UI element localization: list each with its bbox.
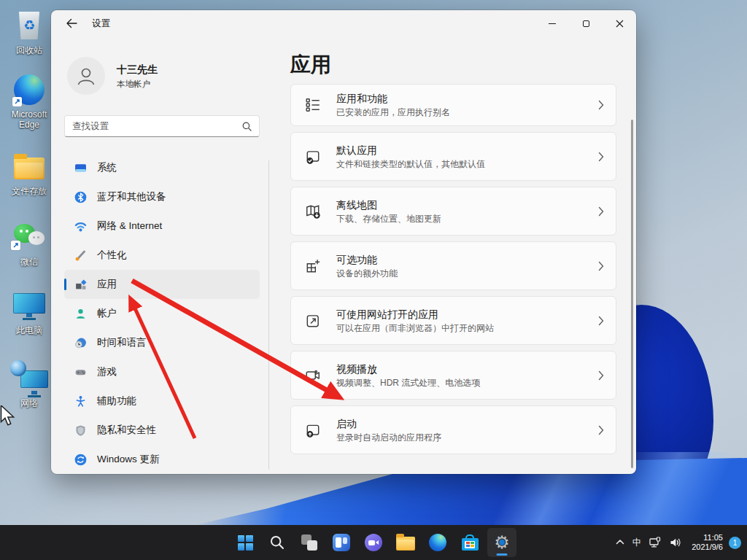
- chevron-right-icon: [598, 316, 604, 326]
- chat-button[interactable]: [359, 528, 388, 557]
- sidebar-content-divider: [268, 160, 269, 470]
- sidebar-item-apps[interactable]: 应用: [64, 270, 260, 299]
- desktop-icon-label: 文件存放: [12, 186, 47, 196]
- sidebar-item-network-internet[interactable]: 网络 & Internet: [64, 211, 260, 241]
- chevron-up-icon: [615, 538, 625, 547]
- search-input[interactable]: [65, 121, 242, 131]
- shield-icon: [74, 424, 87, 437]
- update-arrows-icon: [74, 453, 87, 466]
- gamepad-icon: [74, 365, 87, 378]
- network-icon: [10, 360, 48, 391]
- network-tray-button[interactable]: [645, 528, 665, 557]
- sidebar-item-windows-update[interactable]: Windows 更新: [64, 445, 260, 474]
- speaker-icon: [669, 537, 682, 548]
- settings-button[interactable]: ⚙: [487, 528, 516, 557]
- sidebar-item-system[interactable]: 系统: [64, 153, 260, 182]
- chevron-right-icon: [598, 261, 604, 271]
- card-startup[interactable]: 启动登录时自动启动的应用程序: [290, 405, 616, 454]
- file-explorer-button[interactable]: [391, 528, 420, 557]
- desktop-icon-recycle-bin[interactable]: ♻ 回收站: [3, 9, 55, 55]
- card-optional-features[interactable]: 可选功能设备的额外功能: [290, 241, 616, 290]
- clock-globe-icon: [74, 336, 87, 349]
- minimize-button[interactable]: [535, 10, 569, 36]
- edge-icon: [14, 74, 44, 105]
- desktop-icon-this-pc[interactable]: 此电脑: [3, 289, 55, 335]
- taskbar-center-icons: ⚙: [231, 525, 516, 560]
- settings-card-list: 应用和功能已安装的应用，应用执行别名 默认应用文件和链接类型的默认值，其他默认值…: [290, 84, 616, 460]
- sidebar-item-accounts[interactable]: 帐户: [64, 299, 260, 328]
- sidebar-item-bluetooth-devices[interactable]: 蓝牙和其他设备: [64, 182, 260, 211]
- system-tray: 中 11:05 2021/9/6 1: [611, 525, 741, 560]
- taskbar-search-button[interactable]: [263, 528, 292, 557]
- close-button[interactable]: [603, 10, 636, 36]
- tray-overflow-button[interactable]: [611, 528, 629, 557]
- sidebar-item-personalization[interactable]: 个性化: [64, 241, 260, 270]
- desktop-icon-label: 此电脑: [16, 325, 42, 335]
- back-button[interactable]: [61, 15, 82, 32]
- clock-time: 11:05: [692, 533, 723, 543]
- taskbar-clock[interactable]: 11:05 2021/9/6: [686, 533, 727, 553]
- microsoft-store-button[interactable]: [455, 528, 484, 557]
- shortcut-arrow-icon: [12, 97, 22, 106]
- back-arrow-icon: [66, 18, 77, 28]
- video-playback-icon: [304, 367, 322, 384]
- folder-icon: [14, 158, 44, 179]
- desktop-icon-label: 回收站: [16, 45, 42, 55]
- edge-icon: [429, 534, 446, 551]
- card-offline-maps[interactable]: 离线地图下载、存储位置、地图更新: [290, 187, 616, 236]
- file-explorer-icon: [396, 537, 415, 551]
- start-button[interactable]: [231, 528, 260, 557]
- window-title: 设置: [92, 10, 110, 36]
- optional-features-icon: [304, 257, 322, 275]
- default-apps-icon: [304, 148, 322, 166]
- avatar[interactable]: [67, 57, 105, 95]
- chevron-right-icon: [598, 100, 604, 110]
- volume-tray-button[interactable]: [665, 528, 686, 557]
- card-apps-for-websites[interactable]: 可使用网站打开的应用可以在应用（而非浏览器）中打开的网站: [290, 296, 616, 345]
- titlebar[interactable]: 设置: [51, 10, 636, 36]
- settings-gear-icon: ⚙: [492, 533, 511, 552]
- sidebar-item-accessibility[interactable]: 辅助功能: [64, 386, 260, 416]
- widgets-icon: [333, 534, 350, 551]
- card-default-apps[interactable]: 默认应用文件和链接类型的默认值，其他默认值: [290, 132, 616, 181]
- taskbar: ⚙ 中 11:05 2021/9/6 1: [0, 525, 747, 560]
- wifi-icon: [74, 219, 87, 233]
- accounts-person-icon: [74, 307, 87, 320]
- settings-window: 设置 十三先生 本地帐户 系统: [51, 10, 636, 474]
- startup-icon: [304, 421, 322, 439]
- search-box[interactable]: [64, 115, 260, 137]
- card-video-playback[interactable]: 视频播放视频调整、HDR 流式处理、电池选项: [290, 351, 616, 400]
- edge-button[interactable]: [423, 528, 452, 557]
- scrollbar[interactable]: [631, 120, 633, 468]
- user-name: 十三先生: [117, 63, 158, 77]
- apps-icon: [74, 278, 87, 291]
- desktop-icon-files-folder[interactable]: 文件存放: [3, 149, 55, 196]
- desktop-icon-microsoft-edge[interactable]: Microsoft Edge: [3, 73, 55, 130]
- offline-maps-icon: [304, 203, 322, 220]
- store-icon: [462, 534, 479, 551]
- settings-sidebar: 系统 蓝牙和其他设备 网络 & Internet 个性化 应用 帐户: [64, 153, 260, 474]
- apps-for-websites-icon: [304, 312, 322, 330]
- widgets-button[interactable]: [327, 528, 356, 557]
- desktop-icon-network[interactable]: 网络: [3, 359, 55, 408]
- bluetooth-icon: [74, 190, 87, 203]
- task-view-button[interactable]: [295, 528, 324, 557]
- sidebar-item-privacy-security[interactable]: 隐私和安全性: [64, 416, 260, 445]
- chevron-right-icon: [598, 425, 604, 435]
- card-apps-features[interactable]: 应用和功能已安装的应用，应用执行别名: [290, 84, 616, 126]
- clock-date: 2021/9/6: [692, 542, 723, 553]
- ime-indicator[interactable]: 中: [629, 528, 646, 557]
- desktop-icon-wechat[interactable]: 微信: [3, 220, 55, 267]
- wechat-icon: [12, 222, 46, 252]
- notification-badge[interactable]: 1: [729, 537, 741, 549]
- recycle-bin-icon: ♻: [18, 12, 41, 39]
- desktop-icon-label: 微信: [20, 257, 38, 267]
- sidebar-item-time-language[interactable]: 时间和语言: [64, 328, 260, 357]
- user-account-type: 本地帐户: [117, 79, 150, 90]
- chat-icon: [365, 534, 382, 551]
- sidebar-item-gaming[interactable]: 游戏: [64, 357, 260, 386]
- maximize-button[interactable]: [569, 10, 603, 36]
- chevron-right-icon: [598, 152, 604, 162]
- accessibility-person-icon: [74, 394, 87, 408]
- minimize-icon: [549, 23, 556, 24]
